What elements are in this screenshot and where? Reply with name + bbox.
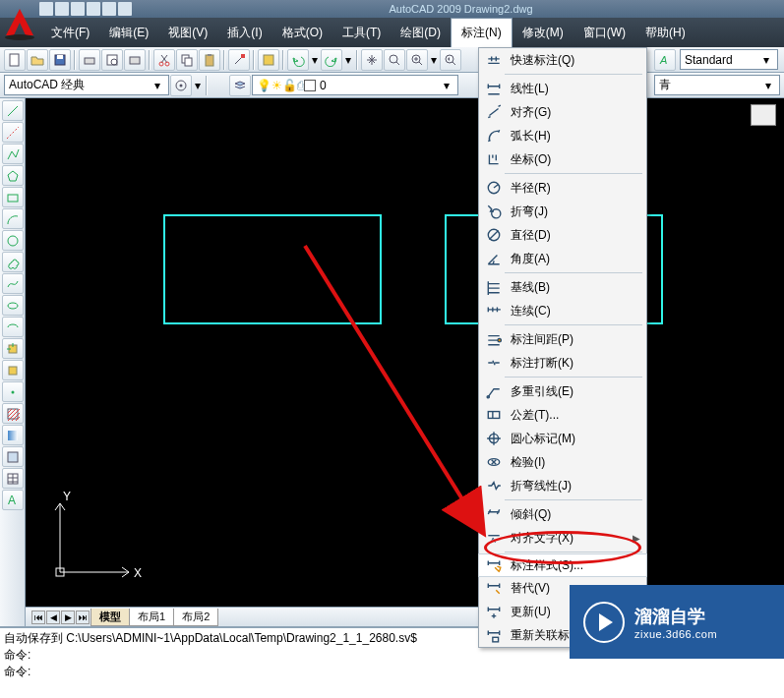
redo-dropdown-icon[interactable]: ▾ bbox=[343, 53, 353, 67]
line-tool-icon[interactable] bbox=[2, 100, 24, 121]
tab-first-icon[interactable]: ⏮ bbox=[31, 611, 45, 624]
menu-item-angular[interactable]: 角度(A) bbox=[479, 247, 646, 270]
menu-m[interactable]: 修改(M) bbox=[513, 18, 573, 47]
menu-item-continue[interactable]: 连续(C) bbox=[479, 299, 646, 322]
text-tool-icon[interactable]: A bbox=[2, 490, 24, 510]
menu-item-ordinate[interactable]: 坐标(O) bbox=[479, 147, 646, 171]
workspace-combo[interactable]: AutoCAD 经典 ▾ bbox=[4, 75, 169, 95]
plot-preview-icon[interactable] bbox=[101, 49, 123, 71]
menu-item-center[interactable]: 圆心标记(M) bbox=[479, 427, 646, 450]
menu-o[interactable]: 格式(O) bbox=[272, 18, 332, 47]
qat-undo-icon[interactable] bbox=[102, 2, 116, 16]
menu-item-inspect[interactable]: 检验(I) bbox=[479, 450, 646, 474]
menu-item-textalign[interactable]: A对齐文字(X)▶ bbox=[479, 526, 646, 550]
tab-next-icon[interactable]: ▶ bbox=[61, 611, 75, 624]
layout-tab[interactable]: 布局2 bbox=[173, 609, 218, 626]
layer-combo[interactable]: 💡 ☀ 🔓 ⎙ 0 ▾ bbox=[252, 75, 458, 95]
menu-item-arc[interactable]: 弧长(H) bbox=[479, 124, 646, 147]
zoom-window-icon[interactable] bbox=[406, 49, 428, 71]
menu-d[interactable]: 绘图(D) bbox=[391, 18, 451, 47]
color-combo[interactable]: 青 ▾ bbox=[654, 75, 780, 95]
undo-dropdown-icon[interactable]: ▾ bbox=[310, 53, 320, 67]
menu-item-linear[interactable]: 线性(L) bbox=[479, 77, 646, 100]
zoom-dropdown-icon[interactable]: ▾ bbox=[429, 53, 439, 67]
menu-h[interactable]: 帮助(H) bbox=[635, 18, 695, 47]
make-block-tool-icon[interactable] bbox=[2, 360, 24, 380]
layout-tab[interactable]: 模型 bbox=[90, 609, 130, 626]
point-tool-icon[interactable] bbox=[2, 381, 24, 402]
menu-e[interactable]: 编辑(E) bbox=[99, 18, 158, 47]
app-logo-icon[interactable] bbox=[0, 4, 39, 43]
undo-icon[interactable] bbox=[287, 49, 309, 71]
menu-item-label: 折弯线性(J) bbox=[511, 478, 640, 494]
copy-icon[interactable] bbox=[176, 49, 198, 71]
menu-item-tolerance[interactable]: 公差(T)... bbox=[479, 403, 646, 427]
menu-item-oblique[interactable]: 倾斜(Q) bbox=[479, 502, 646, 526]
plot-icon[interactable] bbox=[79, 49, 100, 71]
save-icon[interactable] bbox=[49, 49, 71, 71]
tab-last-icon[interactable]: ⏭ bbox=[76, 611, 90, 624]
spline-tool-icon[interactable] bbox=[2, 273, 24, 294]
rectangle-tool-icon[interactable] bbox=[2, 187, 24, 207]
table-tool-icon[interactable] bbox=[2, 468, 24, 489]
qat-new-icon[interactable] bbox=[39, 2, 53, 16]
menu-i[interactable]: 插入(I) bbox=[217, 18, 271, 47]
paste-icon[interactable] bbox=[199, 49, 220, 71]
layout-tab[interactable]: 布局1 bbox=[129, 609, 174, 626]
qat-save-icon[interactable] bbox=[71, 2, 85, 16]
menu-item-quick[interactable]: 快速标注(Q) bbox=[479, 48, 646, 72]
polyline-tool-icon[interactable] bbox=[2, 144, 24, 164]
menu-n[interactable]: 标注(N) bbox=[451, 18, 513, 47]
hatch-tool-icon[interactable] bbox=[2, 403, 24, 424]
menu-item-diameter[interactable]: 直径(D) bbox=[479, 223, 646, 247]
tab-prev-icon[interactable]: ◀ bbox=[46, 611, 60, 624]
qat-print-icon[interactable] bbox=[87, 2, 100, 16]
menu-item-label: 公差(T)... bbox=[511, 407, 640, 424]
publish-icon[interactable] bbox=[124, 49, 146, 71]
text-style-icon[interactable]: A bbox=[654, 49, 676, 71]
menu-item-dimbreak[interactable]: 标注打断(K) bbox=[479, 351, 646, 375]
menu-item-joggedlin[interactable]: 折弯线性(J) bbox=[479, 474, 646, 497]
ellipse-tool-icon[interactable] bbox=[2, 295, 24, 316]
zoom-realtime-icon[interactable] bbox=[384, 49, 405, 71]
menu-item-jogged[interactable]: 折弯(J) bbox=[479, 200, 646, 223]
match-props-icon[interactable] bbox=[228, 49, 250, 71]
menu-item-aligned[interactable]: 对齐(G) bbox=[479, 100, 646, 124]
polygon-tool-icon[interactable] bbox=[2, 165, 24, 186]
textstyle-combo[interactable]: Standard ▾ bbox=[680, 49, 778, 70]
open-file-icon[interactable] bbox=[27, 49, 48, 71]
angular-icon bbox=[485, 250, 503, 267]
drawing-canvas[interactable]: X Y bbox=[26, 98, 784, 607]
layer-properties-icon[interactable] bbox=[229, 75, 251, 96]
menu-item-mleader[interactable]: 多重引线(E) bbox=[479, 379, 646, 403]
cut-icon[interactable] bbox=[153, 49, 175, 71]
navcube[interactable] bbox=[751, 104, 776, 126]
menu-item-radius[interactable]: 半径(R) bbox=[479, 176, 646, 200]
region-tool-icon[interactable] bbox=[2, 446, 24, 467]
workspace-settings-icon[interactable] bbox=[170, 75, 192, 96]
menu-v[interactable]: 视图(V) bbox=[158, 18, 217, 47]
gradient-tool-icon[interactable] bbox=[2, 425, 24, 445]
menu-item-baseline[interactable]: 基线(B) bbox=[479, 275, 646, 299]
qat-open-icon[interactable] bbox=[55, 2, 69, 16]
menu-f[interactable]: 文件(F) bbox=[41, 18, 99, 47]
menubar: 文件(F)编辑(E)视图(V)插入(I)格式(O)工具(T)绘图(D)标注(N)… bbox=[41, 18, 695, 47]
revcloud-tool-icon[interactable] bbox=[2, 252, 24, 272]
menu-t[interactable]: 工具(T) bbox=[332, 18, 391, 47]
menu-w[interactable]: 窗口(W) bbox=[573, 18, 635, 47]
construction-line-tool-icon[interactable] bbox=[2, 122, 24, 143]
workspace-dropdown-icon[interactable]: ▾ bbox=[193, 79, 203, 92]
menu-item-dimspace[interactable]: 标注间距(P) bbox=[479, 327, 646, 351]
menu-item-dimstyle[interactable]: 标注样式(S)... bbox=[478, 553, 647, 577]
pan-icon[interactable] bbox=[361, 49, 383, 71]
ellipse-arc-tool-icon[interactable] bbox=[2, 317, 24, 337]
new-file-icon[interactable] bbox=[4, 49, 26, 71]
circle-tool-icon[interactable] bbox=[2, 230, 24, 251]
arc-tool-icon[interactable] bbox=[2, 208, 24, 229]
block-editor-icon[interactable] bbox=[258, 49, 279, 71]
svg-rect-1 bbox=[10, 54, 19, 66]
block-insert-tool-icon[interactable] bbox=[2, 338, 24, 359]
redo-icon[interactable] bbox=[321, 49, 342, 71]
zoom-previous-icon[interactable] bbox=[440, 49, 461, 71]
qat-redo-icon[interactable] bbox=[118, 2, 132, 16]
